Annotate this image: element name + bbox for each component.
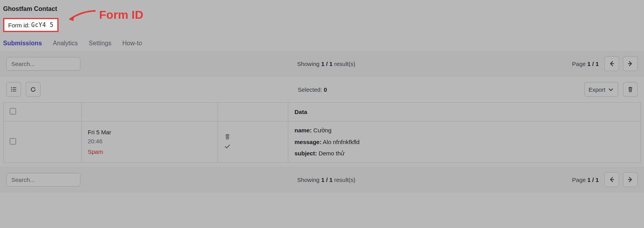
col-actions-header bbox=[218, 103, 288, 121]
trash-icon bbox=[224, 134, 231, 140]
showing-suffix: result(s) bbox=[333, 61, 355, 67]
prev-page-button[interactable] bbox=[604, 56, 619, 71]
toolbar-secondary: Selected: 0 Export bbox=[0, 77, 644, 102]
tab-submissions[interactable]: Submissions bbox=[3, 40, 42, 47]
delete-selected-button[interactable] bbox=[623, 82, 638, 97]
submissions-table: Data Fri 5 Mar 20:46 Spam name: Cườn bbox=[3, 102, 641, 163]
form-id-value: GcY4 5 bbox=[31, 21, 53, 28]
form-id-box: Form id: GcY4 5 bbox=[3, 18, 59, 32]
arrow-right-icon bbox=[627, 176, 633, 183]
page-prefix: Page bbox=[572, 61, 587, 67]
row-checkbox-cell bbox=[4, 121, 82, 163]
delete-row-button[interactable] bbox=[224, 134, 282, 141]
check-icon bbox=[224, 143, 231, 150]
page-count: 1 / 1 bbox=[587, 176, 599, 183]
row-data-cell: name: Cường message: Alo nfnfnkfkfld sub… bbox=[288, 121, 641, 163]
chevron-down-icon bbox=[608, 86, 614, 93]
row-checkbox[interactable] bbox=[10, 138, 16, 144]
svg-rect-1 bbox=[13, 87, 16, 88]
data-value: Demo thử bbox=[319, 150, 345, 157]
tab-howto[interactable]: How-to bbox=[122, 40, 142, 47]
selected-prefix: Selected: bbox=[298, 86, 324, 93]
col-checkbox-header bbox=[4, 103, 82, 121]
mark-read-button[interactable] bbox=[224, 143, 282, 151]
next-page-button-bottom[interactable] bbox=[623, 172, 638, 187]
selected-count: 0 bbox=[324, 86, 327, 93]
next-page-button[interactable] bbox=[623, 56, 638, 71]
submission-date: Fri 5 Mar bbox=[88, 129, 211, 135]
search-input-bottom[interactable] bbox=[6, 173, 80, 187]
svg-point-0 bbox=[11, 87, 12, 88]
page-info-bottom: Page 1 / 1 bbox=[572, 176, 599, 183]
refresh-button[interactable] bbox=[26, 82, 41, 97]
page-prefix: Page bbox=[572, 176, 587, 183]
arrow-left-icon bbox=[609, 176, 615, 183]
spam-badge[interactable]: Spam bbox=[88, 148, 211, 155]
data-value: Cường bbox=[313, 127, 332, 134]
export-button[interactable]: Export bbox=[584, 82, 618, 97]
col-data-header: Data bbox=[288, 103, 641, 121]
arrow-left-icon bbox=[609, 61, 615, 67]
svg-rect-5 bbox=[13, 91, 16, 92]
toolbar-top: Showing 1 / 1 result(s) Page 1 / 1 bbox=[0, 51, 644, 77]
svg-point-4 bbox=[11, 91, 12, 92]
trash-icon bbox=[627, 86, 633, 93]
table-row: Fri 5 Mar 20:46 Spam name: Cường message… bbox=[4, 121, 641, 163]
toolbar-bottom: Showing 1 / 1 result(s) Page 1 / 1 bbox=[0, 167, 644, 192]
export-label: Export bbox=[589, 86, 605, 93]
showing-suffix: result(s) bbox=[333, 176, 355, 183]
showing-prefix: Showing bbox=[297, 61, 321, 67]
row-date-cell: Fri 5 Mar 20:46 Spam bbox=[82, 121, 218, 163]
svg-rect-3 bbox=[13, 89, 16, 90]
tabs: Submissions Analytics Settings How-to bbox=[0, 32, 644, 51]
page-info: Page 1 / 1 bbox=[572, 61, 599, 67]
data-value: Alo nfnfnkfkfld bbox=[323, 139, 360, 145]
row-actions-cell bbox=[218, 121, 288, 163]
showing-count: 1 / 1 bbox=[321, 176, 332, 183]
selected-summary: Selected: 0 bbox=[45, 86, 580, 93]
page-title: Ghostfam Contact bbox=[3, 5, 641, 12]
data-key: subject bbox=[295, 150, 315, 157]
tab-analytics[interactable]: Analytics bbox=[53, 40, 78, 47]
showing-count: 1 / 1 bbox=[321, 61, 332, 67]
prev-page-button-bottom[interactable] bbox=[604, 172, 619, 187]
list-view-button[interactable] bbox=[6, 82, 21, 97]
select-all-checkbox[interactable] bbox=[10, 108, 16, 114]
page-count: 1 / 1 bbox=[587, 61, 599, 67]
refresh-icon bbox=[30, 86, 36, 93]
col-date-header bbox=[82, 103, 218, 121]
svg-point-2 bbox=[11, 89, 12, 90]
arrow-right-icon bbox=[627, 61, 633, 67]
data-key: message bbox=[295, 139, 319, 145]
results-summary-bottom: Showing 1 / 1 result(s) bbox=[85, 176, 568, 183]
list-icon bbox=[11, 86, 17, 93]
search-input[interactable] bbox=[6, 57, 80, 71]
submission-time: 20:46 bbox=[88, 138, 211, 144]
results-summary: Showing 1 / 1 result(s) bbox=[85, 61, 568, 67]
form-id-label: Form id: bbox=[8, 22, 30, 28]
data-key: name bbox=[295, 127, 310, 134]
tab-settings[interactable]: Settings bbox=[89, 40, 112, 47]
showing-prefix: Showing bbox=[297, 176, 321, 183]
